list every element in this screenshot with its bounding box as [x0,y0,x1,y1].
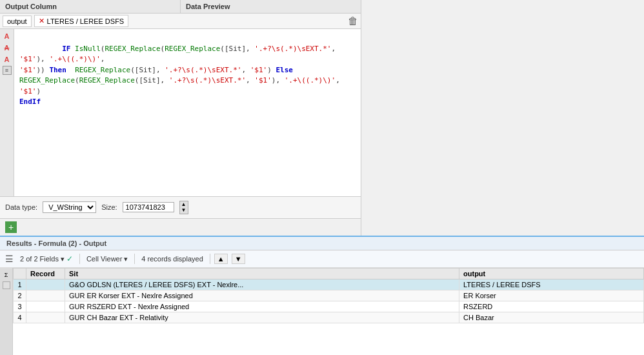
editor-panel: Output Column Data Preview output ✕ LTER… [0,0,361,236]
rect-icon [3,281,10,289]
spinner-down[interactable]: ▼ [180,207,188,214]
func-isnull: IsNull [75,45,101,53]
canvas-panel: Σ output = IF IsNull(REGEX_Replace(REGEX… [361,0,644,236]
table-row: 3 GUR RSZERD EXT - Nexlre Assigned RSZER… [14,301,644,312]
row-4-output: CH Bazar [459,312,644,323]
keyword-then: Then [49,66,66,74]
table-body: 1 G&O GDLSN (LTERES / LEREE DSFS) EXT - … [14,279,644,323]
code-editor[interactable]: IF IsNull(REGEX_Replace(REGEX_Replace([S… [14,29,361,196]
row-num-3: 3 [14,301,26,312]
output-column-header: Output Column [0,0,181,13]
add-row: + [0,218,361,236]
sidebar-icon-1[interactable]: A [2,31,12,41]
preview-tab[interactable]: ✕ LTERES / LEREE DSFS [34,15,129,27]
row-2-output: ER Korser [459,290,644,301]
col-sit-header: Sit [65,269,459,279]
keyword-if: IF [62,45,75,53]
results-panel: Results - Formula (2) - Output ☰ 2 of 2 … [0,236,644,355]
row-2-record [26,290,65,301]
table-row: 4 GUR CH Bazar EXT - Relativity CH Bazar [14,312,644,323]
records-label: 4 records displayed [141,255,203,263]
datatype-select[interactable]: V_WString [43,201,96,213]
editor-footer: Data type: V_WString Size: ▲ ▼ [0,196,361,218]
size-label: Size: [101,203,117,211]
preview-tab-label: LTERES / LEREE DSFS [47,17,125,25]
table-row: 1 G&O GDLSN (LTERES / LEREE DSFS) EXT - … [14,279,644,290]
col-num-header [14,269,26,279]
table-wrapper: Σ Record Sit output 1 [0,268,644,355]
delete-icon[interactable]: 🗑 [348,15,358,27]
toolbar-menu-icon[interactable]: ☰ [5,254,14,264]
close-icon[interactable]: ✕ [39,17,45,25]
data-table: Record Sit output 1 G&O GDLSN (LTERES / … [13,268,644,323]
main-container: Output Column Data Preview output ✕ LTER… [0,0,644,355]
row-3-sit: GUR RSZERD EXT - Nexlre Assigned [65,301,459,312]
row-4-record [26,312,65,323]
func-regex1: REGEX_Replace [105,45,160,53]
tab-row: output ✕ LTERES / LEREE DSFS 🗑 [0,14,361,29]
table-header-row: Record Sit output [14,269,644,279]
col-record-header: Record [26,269,65,279]
viewer-dropdown[interactable]: Cell Viewer ▾ [84,254,130,265]
row-num-4: 4 [14,312,26,323]
col-output-header: output [459,269,644,279]
row-num-2: 2 [14,290,26,301]
sidebar-icon-3[interactable]: A [2,54,12,65]
results-header: Results - Formula (2) - Output [0,237,644,250]
viewer-label: Cell Viewer [86,255,122,263]
sep1 [79,254,80,264]
results-left-sidebar: Σ [0,268,13,355]
func-regex2: REGEX_Replace [165,45,220,53]
add-button[interactable]: + [5,221,17,233]
row-2-sit: GUR ER Korser EXT - Nexlre Assigned [65,290,459,301]
row-3-record [26,301,65,312]
sidebar-icon-4[interactable]: ≡ [3,66,12,75]
row-1-sit: G&O GDLSN (LTERES / LEREE DSFS) EXT - Ne… [65,279,459,290]
row-num-1: 1 [14,279,26,290]
sep3 [210,254,210,264]
size-spinner[interactable]: ▲ ▼ [179,201,188,214]
results-toolbar: ☰ 2 of 2 Fields ▾ ✓ Cell Viewer ▾ 4 reco… [0,250,644,268]
data-preview-header: Data Preview [181,0,361,13]
sep2 [134,254,135,264]
row-3-output: RSZERD [459,301,644,312]
viewer-dropdown-arrow: ▾ [124,255,128,263]
fields-count-label: 2 of 2 Fields [20,255,59,263]
spinner-up[interactable]: ▲ [180,201,188,208]
check-icon: ✓ [66,254,73,263]
fields-dropdown[interactable]: 2 of 2 Fields ▾ ✓ [17,253,75,265]
top-panel: Output Column Data Preview output ✕ LTER… [0,0,644,236]
editor-body: A A A ≡ IF IsNull(REGEX_Replace(REGEX_Re… [0,29,361,196]
keyword-endif: EndIf [19,97,41,106]
sidebar-icon-2[interactable]: A [2,43,12,53]
output-tab-label: output [7,17,27,25]
sigma-icon: Σ [2,270,11,279]
table-head: Record Sit output [14,269,644,279]
editor-sidebar: A A A ≡ [0,29,14,196]
row-1-record [26,279,65,290]
records-count: 4 records displayed [139,254,205,264]
row-4-sit: GUR CH Bazar EXT - Relativity [65,312,459,323]
fields-dropdown-arrow: ▾ [61,255,65,263]
nav-up-button[interactable]: ▲ [214,254,228,264]
datatype-label: Data type: [5,203,37,211]
nav-down-button[interactable]: ▼ [232,254,245,264]
output-tab[interactable]: output [3,15,32,27]
size-input[interactable] [123,202,174,212]
results-table: Record Sit output 1 G&O GDLSN (LTERES / … [13,268,644,355]
editor-header: Output Column Data Preview [0,0,361,14]
keyword-else: Else [276,66,293,74]
row-1-output: LTERES / LEREE DSFS [459,279,644,290]
table-row: 2 GUR ER Korser EXT - Nexlre Assigned ER… [14,290,644,301]
